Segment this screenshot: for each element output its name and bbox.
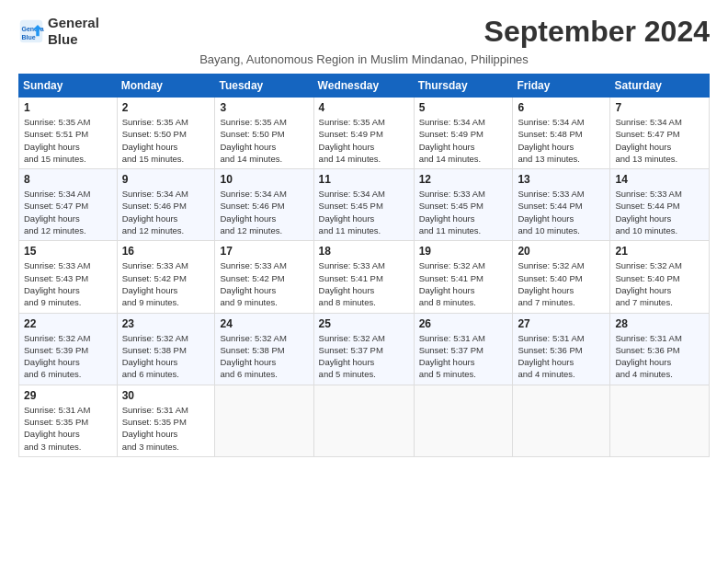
calendar-week-4: 22 Sunrise: 5:32 AM Sunset: 5:39 PM Dayl… [19,313,710,385]
table-row: 15 Sunrise: 5:33 AM Sunset: 5:43 PM Dayl… [19,241,118,313]
day-number: 14 [615,173,704,186]
day-info: Sunrise: 5:35 AM Sunset: 5:50 PM Dayligh… [122,116,210,165]
table-row [513,385,610,456]
table-row: 12 Sunrise: 5:33 AM Sunset: 5:45 PM Dayl… [414,169,513,241]
day-number: 24 [220,317,308,330]
day-info: Sunrise: 5:35 AM Sunset: 5:51 PM Dayligh… [24,116,112,165]
table-row: 13 Sunrise: 5:33 AM Sunset: 5:44 PM Dayl… [513,169,610,241]
table-row [215,385,313,456]
day-number: 15 [24,245,112,258]
calendar-week-1: 1 Sunrise: 5:35 AM Sunset: 5:51 PM Dayli… [19,98,710,169]
day-info: Sunrise: 5:31 AM Sunset: 5:36 PM Dayligh… [615,332,704,381]
month-title: September 2024 [484,15,710,49]
day-number: 13 [518,173,605,186]
table-row: 4 Sunrise: 5:35 AM Sunset: 5:49 PM Dayli… [313,98,414,169]
day-info: Sunrise: 5:35 AM Sunset: 5:49 PM Dayligh… [319,116,409,165]
col-tuesday: Tuesday [215,75,313,98]
col-saturday: Saturday [610,75,710,98]
table-row: 28 Sunrise: 5:31 AM Sunset: 5:36 PM Dayl… [610,313,710,385]
table-row [313,385,414,456]
table-row: 20 Sunrise: 5:32 AM Sunset: 5:40 PM Dayl… [513,241,610,313]
table-row: 19 Sunrise: 5:32 AM Sunset: 5:41 PM Dayl… [414,241,513,313]
day-info: Sunrise: 5:34 AM Sunset: 5:49 PM Dayligh… [419,116,508,165]
day-info: Sunrise: 5:32 AM Sunset: 5:40 PM Dayligh… [518,259,605,308]
day-number: 10 [220,173,308,186]
table-row: 2 Sunrise: 5:35 AM Sunset: 5:50 PM Dayli… [117,98,215,169]
day-number: 4 [319,101,409,114]
day-number: 23 [122,317,210,330]
day-info: Sunrise: 5:33 AM Sunset: 5:44 PM Dayligh… [615,188,704,236]
day-number: 22 [24,317,112,330]
logo-line1: General [48,15,99,31]
day-info: Sunrise: 5:32 AM Sunset: 5:38 PM Dayligh… [220,332,308,381]
table-row: 6 Sunrise: 5:34 AM Sunset: 5:48 PM Dayli… [513,98,610,169]
day-number: 27 [518,317,605,330]
table-row [610,385,710,456]
day-number: 1 [24,101,112,114]
calendar-header-row: Sunday Monday Tuesday Wednesday Thursday… [19,75,710,98]
day-number: 29 [24,389,112,402]
col-monday: Monday [117,75,215,98]
day-number: 9 [122,173,210,186]
day-info: Sunrise: 5:34 AM Sunset: 5:47 PM Dayligh… [615,116,704,165]
table-row [414,385,513,456]
day-number: 25 [319,317,409,330]
table-row: 16 Sunrise: 5:33 AM Sunset: 5:42 PM Dayl… [117,241,215,313]
day-number: 2 [122,101,210,114]
day-info: Sunrise: 5:32 AM Sunset: 5:41 PM Dayligh… [419,259,508,308]
table-row: 3 Sunrise: 5:35 AM Sunset: 5:50 PM Dayli… [215,98,313,169]
day-number: 19 [419,245,508,258]
day-info: Sunrise: 5:32 AM Sunset: 5:38 PM Dayligh… [122,332,210,381]
table-row: 30 Sunrise: 5:31 AM Sunset: 5:35 PM Dayl… [117,385,215,456]
table-row: 10 Sunrise: 5:34 AM Sunset: 5:46 PM Dayl… [215,169,313,241]
col-sunday: Sunday [19,75,118,98]
day-info: Sunrise: 5:32 AM Sunset: 5:39 PM Dayligh… [24,332,112,381]
table-row: 8 Sunrise: 5:34 AM Sunset: 5:47 PM Dayli… [19,169,118,241]
day-number: 28 [615,317,704,330]
calendar-week-5: 29 Sunrise: 5:31 AM Sunset: 5:35 PM Dayl… [19,385,710,456]
logo-icon: General Blue [18,18,44,44]
table-row: 1 Sunrise: 5:35 AM Sunset: 5:51 PM Dayli… [19,98,118,169]
day-info: Sunrise: 5:34 AM Sunset: 5:46 PM Dayligh… [122,188,210,236]
svg-text:Blue: Blue [22,34,36,40]
day-number: 16 [122,245,210,258]
day-info: Sunrise: 5:33 AM Sunset: 5:41 PM Dayligh… [319,259,409,308]
day-number: 3 [220,101,308,114]
day-number: 7 [615,101,704,114]
logo-line2: Blue [48,31,99,48]
table-row: 22 Sunrise: 5:32 AM Sunset: 5:39 PM Dayl… [19,313,118,385]
subtitle: Bayang, Autonomous Region in Muslim Mind… [18,52,710,66]
day-number: 12 [419,173,508,186]
calendar-week-3: 15 Sunrise: 5:33 AM Sunset: 5:43 PM Dayl… [19,241,710,313]
table-row: 21 Sunrise: 5:32 AM Sunset: 5:40 PM Dayl… [610,241,710,313]
table-row: 25 Sunrise: 5:32 AM Sunset: 5:37 PM Dayl… [313,313,414,385]
day-info: Sunrise: 5:32 AM Sunset: 5:37 PM Dayligh… [319,332,409,381]
table-row: 17 Sunrise: 5:33 AM Sunset: 5:42 PM Dayl… [215,241,313,313]
table-row: 23 Sunrise: 5:32 AM Sunset: 5:38 PM Dayl… [117,313,215,385]
day-info: Sunrise: 5:33 AM Sunset: 5:45 PM Dayligh… [419,188,508,236]
day-number: 6 [518,101,605,114]
day-number: 17 [220,245,308,258]
table-row: 27 Sunrise: 5:31 AM Sunset: 5:36 PM Dayl… [513,313,610,385]
day-info: Sunrise: 5:31 AM Sunset: 5:36 PM Dayligh… [518,332,605,381]
table-row: 14 Sunrise: 5:33 AM Sunset: 5:44 PM Dayl… [610,169,710,241]
table-row: 18 Sunrise: 5:33 AM Sunset: 5:41 PM Dayl… [313,241,414,313]
day-info: Sunrise: 5:33 AM Sunset: 5:42 PM Dayligh… [220,259,308,308]
day-number: 26 [419,317,508,330]
header: General Blue General Blue September 2024 [18,15,710,49]
calendar-table: Sunday Monday Tuesday Wednesday Thursday… [18,74,710,457]
day-info: Sunrise: 5:34 AM Sunset: 5:48 PM Dayligh… [518,116,605,165]
day-info: Sunrise: 5:34 AM Sunset: 5:47 PM Dayligh… [24,188,112,236]
day-info: Sunrise: 5:32 AM Sunset: 5:40 PM Dayligh… [615,259,704,308]
table-row: 11 Sunrise: 5:34 AM Sunset: 5:45 PM Dayl… [313,169,414,241]
day-number: 11 [319,173,409,186]
day-info: Sunrise: 5:34 AM Sunset: 5:45 PM Dayligh… [319,188,409,236]
day-number: 18 [319,245,409,258]
table-row: 26 Sunrise: 5:31 AM Sunset: 5:37 PM Dayl… [414,313,513,385]
day-number: 5 [419,101,508,114]
calendar-week-2: 8 Sunrise: 5:34 AM Sunset: 5:47 PM Dayli… [19,169,710,241]
day-info: Sunrise: 5:35 AM Sunset: 5:50 PM Dayligh… [220,116,308,165]
day-number: 21 [615,245,704,258]
day-info: Sunrise: 5:34 AM Sunset: 5:46 PM Dayligh… [220,188,308,236]
table-row: 29 Sunrise: 5:31 AM Sunset: 5:35 PM Dayl… [19,385,118,456]
